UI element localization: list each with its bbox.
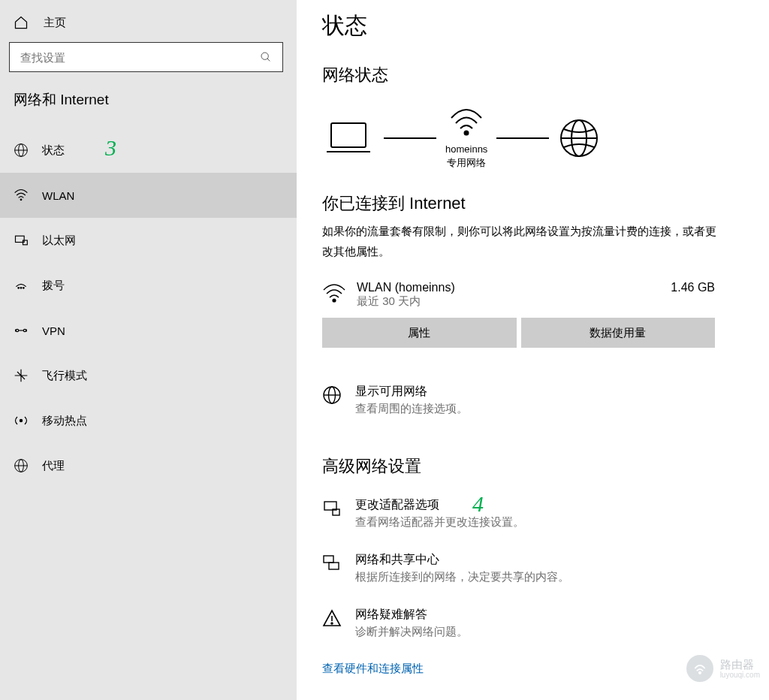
show-networks-sub: 查看周围的连接选项。 [355,400,468,418]
adapter-sub: 查看网络适配器并更改连接设置。 [355,513,524,531]
search-input[interactable] [20,51,247,64]
svg-rect-28 [324,556,333,563]
wlan-usage: 1.46 GB [671,281,769,294]
nav-item-dialup[interactable]: 拨号 [0,263,297,308]
svg-point-32 [698,672,701,674]
proxy-icon [14,458,29,473]
nav-label: 以太网 [42,234,76,248]
adapter-title: 更改适配器选项 [355,497,524,513]
laptop-icon [322,119,375,158]
nav-list: 状态 3 WLAN 以太网 拨号 VPN [0,128,297,488]
globe-icon [322,384,342,405]
svg-point-22 [333,299,336,302]
sharing-icon [322,552,342,573]
adapter-options-row[interactable]: 更改适配器选项 查看网络适配器并更改连接设置。 4 [322,497,769,552]
watermark-icon [686,655,713,682]
svg-point-31 [331,623,333,624]
watermark: 路由器 luyouqi.com [686,655,760,682]
connected-title: 你已连接到 Internet [322,174,769,221]
globe-icon [558,117,600,159]
data-usage-button[interactable]: 数据使用量 [521,318,716,348]
adapter-icon [322,497,342,518]
network-diagram: homeinns 专用网络 [322,106,769,174]
search-icon [260,51,272,63]
diagram-net-type: 专用网络 [447,156,486,170]
dialup-icon [14,278,29,293]
diagram-ssid: homeinns [445,139,487,155]
button-row: 属性 数据使用量 [322,309,769,348]
airplane-icon [14,368,29,383]
wlan-name: WLAN (homeinns) [357,281,660,294]
annotation-3: 3 [105,135,116,161]
troubleshoot-row[interactable]: 网络疑难解答 诊断并解决网络问题。 [322,607,769,662]
nav-item-vpn[interactable]: VPN [0,308,297,353]
show-networks-title: 显示可用网络 [355,384,468,400]
nav-item-status[interactable]: 状态 3 [0,128,297,173]
home-label: 主页 [44,16,66,30]
main-content: 状态 网络状态 homeinns 专用网络 你已连接到 Internet 如果你… [297,0,769,700]
sharing-center-row[interactable]: 网络和共享中心 根据所连接到的网络，决定要共享的内容。 [322,552,769,607]
page-title: 状态 [322,0,769,64]
properties-button[interactable]: 属性 [322,318,517,348]
sharing-title: 网络和共享中心 [355,552,569,568]
svg-point-9 [20,288,22,289]
svg-point-18 [465,131,469,135]
sidebar-section-title: 网络和 Internet [0,90,297,128]
troubleshoot-sub: 诊断并解决网络问题。 [355,623,468,641]
troubleshoot-title: 网络疑难解答 [355,607,468,623]
network-status-title: 网络状态 [322,64,769,106]
svg-point-10 [23,288,25,289]
nav-label: WLAN [42,189,74,202]
svg-point-8 [18,288,20,289]
svg-rect-29 [329,563,339,569]
nav-item-ethernet[interactable]: 以太网 [0,218,297,263]
svg-point-5 [20,199,22,201]
sidebar: 主页 网络和 Internet 状态 3 WLAN 以太网 [0,0,297,700]
nav-label: 飞行模式 [42,369,87,383]
diagram-line [496,137,549,139]
sharing-sub: 根据所连接到的网络，决定要共享的内容。 [355,568,569,586]
svg-line-1 [267,59,270,61]
nav-item-wlan[interactable]: WLAN [0,173,297,218]
wlan-row: WLAN (homeinns) 最近 30 天内 1.46 GB [322,261,769,309]
nav-label: 移动热点 [42,414,87,428]
svg-point-12 [23,329,26,331]
globe-icon [14,143,29,158]
nav-label: VPN [42,324,65,337]
wifi-icon [448,106,484,137]
svg-point-11 [16,329,18,331]
nav-item-airplane[interactable]: 飞行模式 [0,353,297,398]
nav-label: 拨号 [42,279,65,293]
vpn-icon [14,323,29,338]
nav-item-hotspot[interactable]: 移动热点 [0,398,297,443]
wifi-icon [14,188,29,203]
nav-label: 代理 [42,459,65,473]
home-icon [14,15,29,30]
ethernet-icon [14,233,29,248]
show-networks-row[interactable]: 显示可用网络 查看周围的连接选项。 [322,384,769,439]
home-row[interactable]: 主页 [0,0,297,42]
diagram-line [384,137,436,139]
nav-label: 状态 [42,143,65,158]
watermark-sub: luyouqi.com [720,671,760,679]
search-box[interactable] [9,42,283,72]
advanced-title: 高级网络设置 [322,455,769,497]
nav-item-proxy[interactable]: 代理 [0,443,297,488]
svg-point-0 [261,53,268,59]
svg-point-13 [20,419,22,421]
wifi-icon [322,281,346,303]
wlan-sub: 最近 30 天内 [357,294,660,309]
hotspot-icon [14,413,29,428]
svg-rect-17 [331,123,366,147]
connected-description: 如果你的流量套餐有限制，则你可以将此网络设置为按流量计费的连接，或者更改其他属性… [322,221,720,261]
warning-icon [322,607,342,628]
